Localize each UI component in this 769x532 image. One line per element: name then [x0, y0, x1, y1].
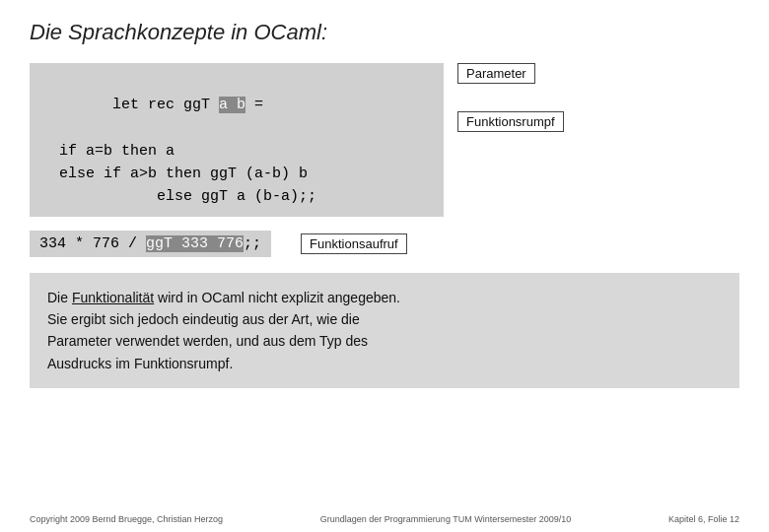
code-line-4: else ggT a (b-a);; — [41, 185, 432, 208]
explanation-line3: Parameter verwendet werden, und aus dem … — [47, 333, 368, 349]
call-row: 334 * 776 / ggT 333 776;; Funktionsaufru… — [30, 231, 739, 257]
parameter-label-item: Parameter — [457, 63, 564, 84]
funktionsaufruf-label: Funktionsaufruf — [301, 233, 407, 254]
explanation-text: Die Funktionalität wird in OCaml nicht e… — [47, 290, 400, 371]
slide-title: Die Sprachkonzepte in OCaml: — [30, 20, 739, 45]
code-line-3: else if a>b then ggT (a-b) b — [41, 163, 432, 185]
slide: Die Sprachkonzepte in OCaml: let rec ggT… — [0, 0, 769, 532]
code-line1-highlight: a b — [219, 97, 245, 113]
call-code-highlight: ggT 333 776 — [146, 235, 244, 252]
labels-column: Parameter Funktionsrumpf — [457, 63, 564, 132]
explanation-box: Die Funktionalität wird in OCaml nicht e… — [30, 273, 739, 389]
explanation-underline: Funktionalität — [72, 290, 154, 305]
parameter-label: Parameter — [457, 63, 535, 84]
footer-right: Kapitel 6, Folie 12 — [668, 514, 739, 524]
code-line-1: let rec ggT a b = — [41, 71, 432, 140]
footer: Copyright 2009 Bernd Bruegge, Christian … — [0, 514, 769, 524]
code-line1-post: = — [245, 97, 263, 113]
code-line1-pre: let rec ggT — [112, 97, 219, 113]
call-code-post: ;; — [244, 235, 261, 252]
footer-left: Copyright 2009 Bernd Bruegge, Christian … — [30, 514, 223, 524]
explanation-line4: Ausdrucks im Funktionsrumpf. — [47, 356, 233, 371]
explanation-line2: Sie ergibt sich jedoch eindeutig aus der… — [47, 311, 360, 327]
code-section: let rec ggT a b = if a=b then a else if … — [30, 63, 739, 217]
call-code: 334 * 776 / ggT 333 776;; — [30, 231, 271, 257]
code-block: let rec ggT a b = if a=b then a else if … — [30, 63, 444, 217]
call-code-pre: 334 * 776 / — [39, 235, 146, 252]
footer-center: Grundlagen der Programmierung TUM Winter… — [320, 514, 571, 524]
funktionsrumpf-label: Funktionsrumpf — [457, 111, 564, 132]
funktionsrumpf-label-item: Funktionsrumpf — [457, 111, 564, 132]
code-line-2: if a=b then a — [41, 140, 432, 163]
